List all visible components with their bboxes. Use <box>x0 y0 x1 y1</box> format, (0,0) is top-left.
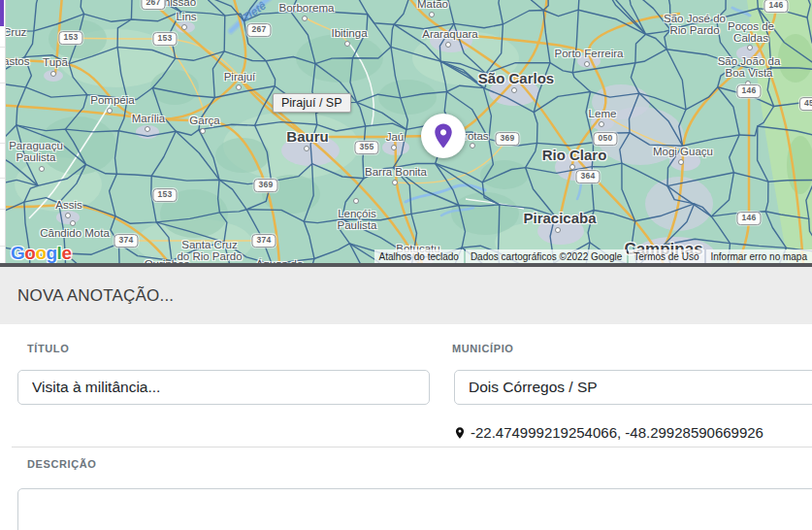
town-dot <box>429 12 435 17</box>
town-dot <box>584 61 590 67</box>
map-canvas[interactable]: CruzastosTupãPompéiaMaríliaGarçaParaguaç… <box>0 0 812 263</box>
map-label: Araraquara <box>422 28 478 40</box>
map-label: Cruz <box>3 26 26 38</box>
page-edge-sliver-lower <box>0 0 6 263</box>
map-label: São José do Rio Pardo <box>664 13 726 37</box>
map-label: Lins <box>176 11 196 22</box>
town-dot <box>391 145 397 150</box>
town-dot <box>511 87 517 93</box>
town-dot <box>200 128 206 134</box>
annotation-form: TÍTULO MUNICÍPIO -22.474999219254066, -4… <box>0 324 812 530</box>
map-label: Ibitinga <box>331 27 367 39</box>
map-label: Poços de Caldas <box>728 20 774 45</box>
road-shield: 267 <box>141 0 165 10</box>
map-label: Bauru <box>286 129 328 145</box>
road-shield: 146 <box>736 84 761 98</box>
google-logo[interactable]: Google <box>11 243 71 263</box>
town-dot <box>678 159 684 165</box>
map-river-label: Tietê <box>241 0 269 24</box>
titulo-label: TÍTULO <box>27 343 69 354</box>
descricao-textarea[interactable] <box>17 488 812 530</box>
town-dot <box>181 24 187 30</box>
coordinates-row: -22.474999219254066, -48.29928590669926 <box>453 424 763 441</box>
town-dot <box>50 71 56 77</box>
town-dot <box>555 227 561 233</box>
descricao-label: DESCRIÇÃO <box>27 458 96 470</box>
report-map-error-link[interactable]: Informar erro no mapa <box>706 249 812 263</box>
map-label: São Carlos <box>478 71 554 86</box>
map-label: Cândido Mota <box>40 227 110 239</box>
town-dot <box>65 213 71 218</box>
road-shield: 369 <box>495 132 519 146</box>
town-dot <box>470 143 475 149</box>
map-pin-icon <box>429 121 458 150</box>
road-shield: 374 <box>114 234 138 248</box>
municipio-label: MUNICÍPIO <box>452 343 513 354</box>
town-dot <box>107 108 113 114</box>
map-label: Tupã <box>43 56 68 68</box>
town-dot <box>445 42 451 48</box>
town-dot <box>39 166 45 172</box>
town-dot <box>344 41 350 47</box>
map-label: Santa Cruz do Rio Pardo <box>177 239 242 263</box>
map-label: Marília <box>132 113 166 124</box>
map-label: astos <box>3 55 30 67</box>
map-label: Piracicaba <box>523 211 596 226</box>
road-shield: 364 <box>575 170 600 183</box>
map-hover-tooltip: Pirajuí / SP <box>273 93 351 113</box>
town-dot <box>70 220 76 226</box>
town-dot <box>145 126 150 132</box>
map-label: Assis <box>55 199 81 211</box>
map-label: Matão <box>417 0 448 10</box>
town-dot <box>236 84 242 90</box>
road-shield: 050 <box>593 132 617 146</box>
titulo-input[interactable] <box>17 370 430 405</box>
map-label: Barra Bonita <box>365 166 427 178</box>
town-dot <box>353 198 359 204</box>
map-label: Rio Claro <box>542 148 607 163</box>
form-divider <box>12 447 812 447</box>
road-shield: 153 <box>152 188 177 202</box>
panel-top-divider <box>0 263 812 267</box>
map-data-attribution: Dados cartográficos ©2022 Google <box>466 249 627 263</box>
map-label: Pompéia <box>90 94 134 106</box>
road-shield: 267 <box>246 23 271 37</box>
road-shield: 355 <box>354 141 378 154</box>
map-label: Borborema <box>279 2 335 14</box>
municipio-input[interactable] <box>454 370 812 405</box>
town-dot <box>304 146 309 151</box>
panel-title: NOVA ANOTAÇÃO... <box>17 286 174 306</box>
road-shield: 153 <box>58 31 82 45</box>
map-label: Porto Ferreira <box>555 48 624 59</box>
panel-title-bar: NOVA ANOTAÇÃO... <box>0 267 812 324</box>
coordinates-value: -22.474999219254066, -48.29928590669926 <box>471 424 763 441</box>
map-label: Lençóis Paulista <box>338 208 377 232</box>
road-shield: 153 <box>152 32 177 46</box>
map-attribution-bar: Atalhos do teclado Dados cartográficos ©… <box>373 249 812 263</box>
keyboard-shortcuts-link[interactable]: Atalhos do teclado <box>374 249 464 263</box>
map-marker[interactable] <box>421 114 466 158</box>
road-shield: 45 <box>799 97 812 111</box>
town-dot <box>599 121 604 127</box>
map-label: Jaú <box>386 131 405 143</box>
town-dot <box>392 180 398 185</box>
map-label: São João da Boa Vista <box>718 55 781 80</box>
road-shield: 374 <box>251 234 276 248</box>
map-labels-layer: CruzastosTupãPompéiaMaríliaGarçaParaguaç… <box>0 0 812 263</box>
road-shield: 369 <box>253 179 277 192</box>
town-dot <box>302 16 308 21</box>
map-label: Pirajuí <box>224 71 256 83</box>
map-label: Leme <box>589 108 617 119</box>
town-dot <box>747 45 753 50</box>
page-edge-accent <box>0 0 4 26</box>
town-dot <box>569 164 575 170</box>
map-label: Garça <box>189 115 219 126</box>
location-pin-icon <box>453 426 467 440</box>
map-label: Paraguaçu Paulista <box>9 140 63 164</box>
terms-of-use-link[interactable]: Termos de Uso <box>629 249 703 263</box>
road-shield: 146 <box>763 0 788 13</box>
road-shield: 146 <box>736 212 761 225</box>
map-label: Mogi Guaçu <box>653 146 713 157</box>
